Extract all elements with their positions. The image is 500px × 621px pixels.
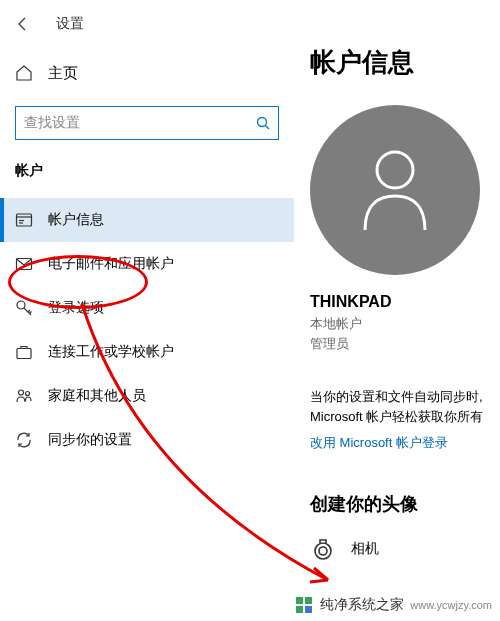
sidebar-item-family[interactable]: 家庭和其他人员 bbox=[0, 374, 294, 418]
nav-label: 同步你的设置 bbox=[48, 431, 132, 449]
svg-rect-15 bbox=[305, 597, 312, 604]
sync-text-2: Microsoft 帐户轻松获取你所有 bbox=[310, 408, 500, 426]
briefcase-icon bbox=[15, 343, 33, 361]
search-icon bbox=[256, 116, 270, 130]
account-type: 本地帐户 bbox=[310, 315, 500, 333]
people-icon bbox=[15, 387, 33, 405]
svg-rect-17 bbox=[305, 606, 312, 613]
sidebar-item-account-info[interactable]: 帐户信息 bbox=[0, 198, 294, 242]
svg-rect-14 bbox=[296, 597, 303, 604]
page-title: 帐户信息 bbox=[310, 45, 500, 80]
email-icon bbox=[15, 255, 33, 273]
sidebar-item-signin-options[interactable]: 登录选项 bbox=[0, 286, 294, 330]
svg-point-7 bbox=[17, 301, 25, 309]
back-arrow-icon[interactable] bbox=[15, 16, 31, 32]
sidebar-item-email[interactable]: 电子邮件和应用帐户 bbox=[0, 242, 294, 286]
watermark-text: 纯净系统之家 bbox=[320, 596, 404, 614]
nav-label: 帐户信息 bbox=[48, 211, 104, 229]
svg-point-9 bbox=[19, 390, 24, 395]
username: THINKPAD bbox=[310, 293, 500, 311]
sidebar-item-sync[interactable]: 同步你的设置 bbox=[0, 418, 294, 462]
sidebar-item-work-school[interactable]: 连接工作或学校帐户 bbox=[0, 330, 294, 374]
watermark-url: www.ycwjzy.com bbox=[410, 599, 492, 611]
home-icon bbox=[15, 64, 33, 82]
search-input[interactable]: 查找设置 bbox=[15, 106, 279, 140]
id-card-icon bbox=[15, 211, 33, 229]
avatar bbox=[310, 105, 480, 275]
watermark: 纯净系统之家 www.ycwjzy.com bbox=[294, 595, 492, 615]
sidebar: 设置 主页 查找设置 帐户 bbox=[0, 0, 295, 621]
svg-point-0 bbox=[258, 118, 267, 127]
svg-line-1 bbox=[265, 125, 269, 129]
create-avatar-title: 创建你的头像 bbox=[310, 492, 500, 516]
svg-rect-16 bbox=[296, 606, 303, 613]
svg-point-11 bbox=[377, 152, 413, 188]
key-icon bbox=[15, 299, 33, 317]
section-label: 帐户 bbox=[0, 162, 294, 180]
header-title: 设置 bbox=[56, 15, 84, 33]
search-placeholder: 查找设置 bbox=[24, 114, 256, 132]
main-content: 帐户信息 THINKPAD 本地帐户 管理员 当你的设置和文件自动同步时, Mi… bbox=[295, 0, 500, 621]
ms-account-link[interactable]: 改用 Microsoft 帐户登录 bbox=[310, 434, 500, 452]
svg-point-10 bbox=[26, 392, 30, 396]
sync-text-1: 当你的设置和文件自动同步时, bbox=[310, 388, 500, 406]
camera-icon bbox=[310, 536, 336, 562]
nav-label: 登录选项 bbox=[48, 299, 104, 317]
nav-label: 电子邮件和应用帐户 bbox=[48, 255, 174, 273]
svg-point-13 bbox=[319, 547, 327, 555]
home-label: 主页 bbox=[48, 64, 78, 83]
nav-label: 家庭和其他人员 bbox=[48, 387, 146, 405]
watermark-logo-icon bbox=[294, 595, 314, 615]
camera-label: 相机 bbox=[351, 540, 379, 558]
svg-point-12 bbox=[315, 543, 331, 559]
svg-rect-8 bbox=[17, 349, 31, 359]
nav-label: 连接工作或学校帐户 bbox=[48, 343, 174, 361]
sync-icon bbox=[15, 431, 33, 449]
camera-option[interactable]: 相机 bbox=[310, 536, 500, 562]
account-role: 管理员 bbox=[310, 335, 500, 353]
home-nav[interactable]: 主页 bbox=[0, 58, 294, 88]
